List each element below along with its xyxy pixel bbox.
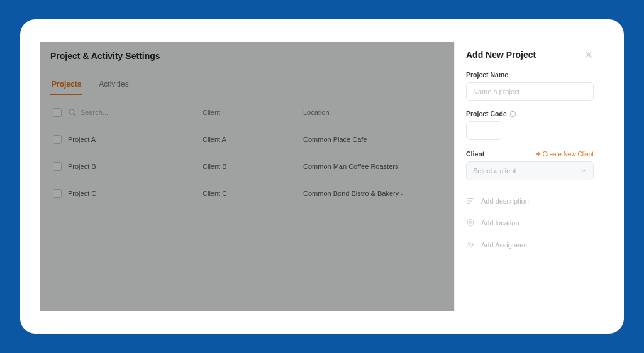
table-row[interactable]: Project A Client A Common Place Cafe: [50, 126, 444, 153]
svg-text:i: i: [513, 112, 514, 116]
col-header-client: Client: [203, 109, 303, 116]
table-row[interactable]: Project C Client C Common Bond Bistro & …: [50, 180, 444, 207]
project-code-input[interactable]: [466, 121, 502, 140]
cell-client: Client B: [203, 163, 303, 170]
row-checkbox[interactable]: [53, 189, 62, 198]
add-assignees-label: Add Assignees: [481, 241, 527, 249]
row-checkbox[interactable]: [53, 135, 62, 144]
cell-project-name: Project C: [68, 190, 203, 197]
row-checkbox[interactable]: [53, 162, 62, 171]
client-select-placeholder: Select a client: [473, 167, 516, 175]
cell-project-name: Project B: [68, 163, 203, 170]
tab-projects[interactable]: Projects: [50, 75, 82, 95]
table-header-row: Search... Client Location: [50, 99, 444, 126]
add-location-row[interactable]: Add location: [466, 212, 594, 234]
chevron-down-icon: [580, 168, 587, 174]
main-panel: Project & Activity Settings Projects Act…: [40, 42, 454, 311]
cell-project-name: Project A: [68, 136, 203, 143]
client-label: Client: [466, 150, 484, 158]
search-placeholder: Search...: [80, 109, 108, 116]
col-header-location: Location: [303, 109, 441, 116]
svg-point-11: [469, 221, 472, 224]
tab-activities[interactable]: Activities: [97, 75, 130, 95]
add-assignees-row[interactable]: Add Assignees: [466, 234, 594, 256]
app-stage: Project & Activity Settings Projects Act…: [40, 42, 604, 311]
cell-location: Common Man Coffee Roasters: [303, 163, 441, 170]
location-icon: [466, 219, 475, 227]
add-description-label: Add description: [481, 197, 529, 205]
assignees-icon: [466, 241, 475, 249]
close-icon[interactable]: [584, 50, 594, 60]
plus-icon: [536, 151, 541, 156]
project-code-label: Project Code i: [466, 110, 594, 117]
add-project-panel: Add New Project Project Name Project Cod…: [454, 42, 604, 311]
create-client-label: Create New Client: [543, 151, 594, 158]
search-icon: [68, 108, 77, 117]
svg-point-0: [69, 109, 74, 114]
project-name-label: Project Name: [466, 71, 594, 79]
outer-container: Project & Activity Settings Projects Act…: [20, 19, 624, 334]
panel-title: Add New Project: [466, 50, 536, 60]
cell-client: Client C: [203, 190, 303, 197]
table-row[interactable]: Project B Client B Common Man Coffee Roa…: [50, 153, 444, 180]
projects-table: Search... Client Location Project A Clie…: [50, 99, 444, 207]
add-location-label: Add location: [481, 219, 519, 227]
project-name-input[interactable]: [466, 82, 594, 101]
add-description-row[interactable]: Add description: [466, 190, 594, 212]
search-cell[interactable]: Search...: [68, 108, 203, 117]
svg-line-1: [74, 114, 76, 116]
description-icon: [466, 197, 475, 205]
cell-client: Client A: [203, 136, 303, 143]
info-icon[interactable]: i: [509, 111, 516, 117]
client-label-row: Client Create New Client: [466, 150, 594, 158]
cell-location: Common Bond Bistro & Bakery -: [303, 190, 441, 197]
panel-header: Add New Project: [466, 50, 594, 60]
create-new-client-link[interactable]: Create New Client: [536, 151, 594, 158]
project-code-label-text: Project Code: [466, 110, 507, 117]
page-title: Project & Activity Settings: [50, 51, 444, 61]
main-inner: Project & Activity Settings Projects Act…: [40, 42, 454, 216]
client-select[interactable]: Select a client: [466, 161, 594, 180]
tabs: Projects Activities: [50, 75, 444, 95]
svg-point-12: [468, 242, 471, 245]
select-all-checkbox[interactable]: [53, 108, 62, 117]
cell-location: Common Place Cafe: [303, 136, 441, 143]
